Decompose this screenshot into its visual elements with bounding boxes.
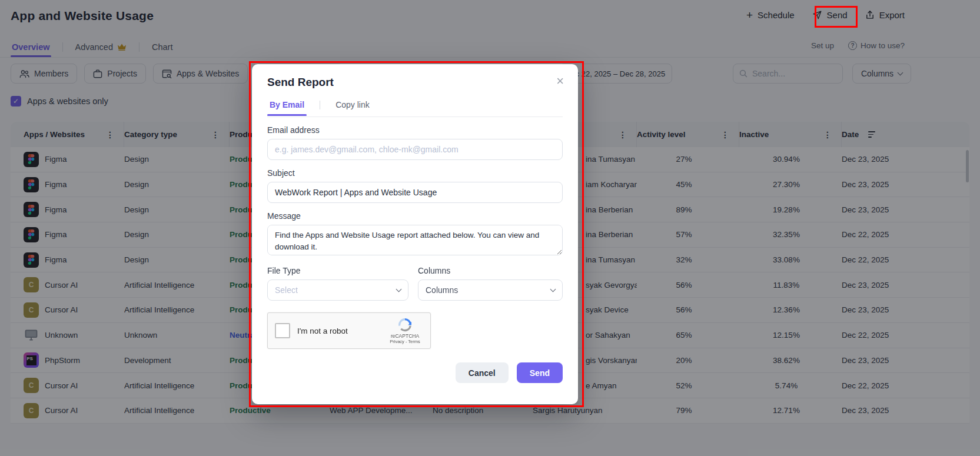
tab-by-email[interactable]: By Email bbox=[267, 100, 307, 115]
recaptcha-widget: I'm not a robot reCAPTCHA Privacy - Term… bbox=[267, 312, 431, 349]
chevron-down-icon bbox=[396, 287, 402, 292]
recaptcha-logo-icon bbox=[397, 317, 413, 332]
subject-label: Subject bbox=[267, 168, 563, 178]
subject-input[interactable] bbox=[267, 182, 563, 203]
email-address-input[interactable] bbox=[267, 139, 563, 160]
send-report-modal: Send Report × By Email Copy link Email a… bbox=[252, 64, 578, 404]
email-address-label: Email address bbox=[267, 125, 563, 135]
file-type-label: File Type bbox=[267, 266, 408, 275]
chevron-down-icon bbox=[550, 287, 556, 292]
recaptcha-brand: reCAPTCHA bbox=[391, 333, 419, 339]
columns-select-label: Columns bbox=[418, 266, 563, 275]
tab-copy-link[interactable]: Copy link bbox=[333, 100, 372, 115]
file-type-value: Select bbox=[275, 285, 397, 295]
recaptcha-privacy-terms-links[interactable]: Privacy - Terms bbox=[390, 339, 420, 344]
close-icon[interactable]: × bbox=[556, 75, 564, 88]
message-label: Message bbox=[267, 211, 563, 221]
recaptcha-label: I'm not a robot bbox=[297, 327, 387, 335]
columns-select-value: Columns bbox=[426, 285, 551, 295]
message-textarea[interactable]: Find the Apps and Website Usage report a… bbox=[267, 225, 563, 255]
cancel-button[interactable]: Cancel bbox=[456, 362, 509, 383]
modal-tab-divider bbox=[320, 101, 320, 109]
file-type-select[interactable]: Select bbox=[267, 279, 408, 301]
modal-title: Send Report bbox=[267, 76, 563, 89]
recaptcha-checkbox[interactable] bbox=[275, 323, 290, 338]
columns-select[interactable]: Columns bbox=[418, 279, 563, 301]
modal-send-button[interactable]: Send bbox=[517, 362, 563, 383]
modal-tabs: By Email Copy link bbox=[267, 98, 563, 117]
